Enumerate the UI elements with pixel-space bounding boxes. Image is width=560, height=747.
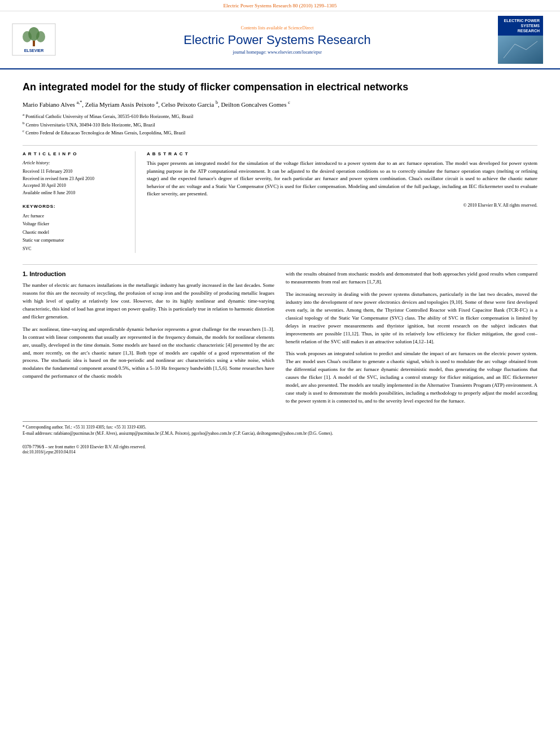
received-revised-date: Received in revised form 23 April 2010	[23, 176, 126, 183]
received-date: Received 11 February 2010	[23, 168, 126, 176]
section1-right-para2: The increasing necessity in dealing with…	[286, 291, 537, 346]
footer-doi: doi:10.1016/j.epsr.2010.04.014	[23, 449, 537, 455]
elsevier-logo-svg: ELSEVIER	[11, 23, 56, 56]
body-columns: 1. Introduction The number of electric a…	[23, 270, 537, 410]
divider-2	[23, 264, 537, 265]
sciencedirect-prefix: Contents lists available at	[241, 25, 288, 30]
section1-para2: The arc nonlinear, time-varying and unpr…	[23, 326, 274, 381]
authors-line: Mario Fabiano Alves a,*, Zelia Myriam As…	[23, 100, 537, 108]
page-footer: * Corresponding author. Tel.: +55 31 331…	[23, 421, 537, 455]
footer-bar: 0378-7796/$ – see front matter © 2010 El…	[23, 444, 537, 455]
section1-right-para1: with the results obtained from stochasti…	[286, 270, 537, 286]
info-abstract-section: A R T I C L E I N F O Article history: R…	[23, 151, 537, 253]
footnote-emails: E-mail addresses: rafabiano@pucminas.br …	[23, 431, 537, 436]
abstract-text: This paper presents an integrated model …	[147, 160, 537, 198]
svg-point-3	[23, 31, 32, 42]
keyword-1: Arc furnace	[23, 212, 126, 220]
keywords-title: Keywords:	[23, 204, 126, 209]
journal-logo-right: ELECTRIC POWER SYSTEMS RESEARCH	[498, 16, 549, 64]
affiliation-c: c Centro Federal de Educacao Tecnologica…	[23, 128, 537, 137]
history-label: Article history:	[23, 160, 126, 167]
section1-right-para3: This work proposes an integrated solutio…	[286, 350, 537, 405]
logo-text-line2: SYSTEMS RESEARCH	[501, 23, 540, 33]
article-history: Article history: Received 11 February 20…	[23, 160, 126, 197]
keyword-5: SVC	[23, 245, 126, 253]
sciencedirect-link-text: ScienceDirect	[288, 25, 314, 30]
article-title: An integrated model for the study of fli…	[23, 81, 537, 94]
divider-1	[23, 145, 537, 146]
keyword-4: Static var compensator	[23, 237, 126, 244]
article-info: A R T I C L E I N F O Article history: R…	[23, 151, 135, 253]
logo-text-line1: ELECTRIC POWER	[501, 18, 540, 23]
keyword-3: Chaotic model	[23, 229, 126, 237]
homepage-prefix: journal homepage:	[233, 50, 268, 55]
svg-point-4	[36, 31, 45, 42]
affiliations: a Pontifical Catholic University of Mina…	[23, 112, 537, 137]
svg-rect-5	[33, 41, 35, 46]
journal-main-title: Electric Power Systems Research	[56, 33, 498, 47]
elsevier-logo: ELSEVIER	[11, 23, 56, 58]
main-content: An integrated model for the study of fli…	[0, 69, 560, 466]
journal-header: ELSEVIER Contents lists available at Sci…	[0, 11, 560, 69]
journal-citation-link[interactable]: Electric Power Systems Research 80 (2010…	[224, 3, 337, 8]
col-right: with the results obtained from stochasti…	[286, 270, 537, 410]
keywords-list: Arc furnace Voltage flicker Chaotic mode…	[23, 212, 126, 253]
accepted-date: Accepted 30 April 2010	[23, 182, 126, 190]
homepage-url: www.elsevier.com/locate/epsr	[268, 50, 322, 55]
abstract-title: A B S T R A C T	[147, 151, 537, 156]
copyright: © 2010 Elsevier B.V. All rights reserved…	[147, 203, 537, 208]
abstract-block: A B S T R A C T This paper presents an i…	[147, 151, 537, 253]
top-bar: Electric Power Systems Research 80 (2010…	[0, 0, 560, 11]
article-info-title: A R T I C L E I N F O	[23, 151, 126, 156]
section1-para1: The number of electric arc furnaces inst…	[23, 282, 274, 321]
journal-logo-box: ELECTRIC POWER SYSTEMS RESEARCH	[498, 16, 543, 36]
section1-heading: 1. Introduction	[23, 270, 274, 277]
journal-homepage: journal homepage: www.elsevier.com/locat…	[56, 50, 498, 55]
affiliation-a: a Pontifical Catholic University of Mina…	[23, 112, 537, 120]
logo-image-svg	[498, 36, 543, 64]
svg-text:ELSEVIER: ELSEVIER	[24, 49, 44, 53]
footer-issn: 0378-7796/$ – see front matter © 2010 El…	[23, 444, 537, 449]
journal-title-block: Contents lists available at ScienceDirec…	[56, 25, 498, 55]
svg-rect-8	[498, 36, 543, 64]
sciencedirect-line: Contents lists available at ScienceDirec…	[56, 25, 498, 30]
available-date: Available online 8 June 2010	[23, 190, 126, 197]
footnote-star: * Corresponding author. Tel.: +55 31 331…	[23, 425, 537, 430]
journal-logo-image	[498, 36, 543, 64]
affiliation-b: b Centro Universitario UNA, 30494-310 Be…	[23, 120, 537, 129]
keyword-2: Voltage flicker	[23, 220, 126, 228]
col-left: 1. Introduction The number of electric a…	[23, 270, 274, 410]
